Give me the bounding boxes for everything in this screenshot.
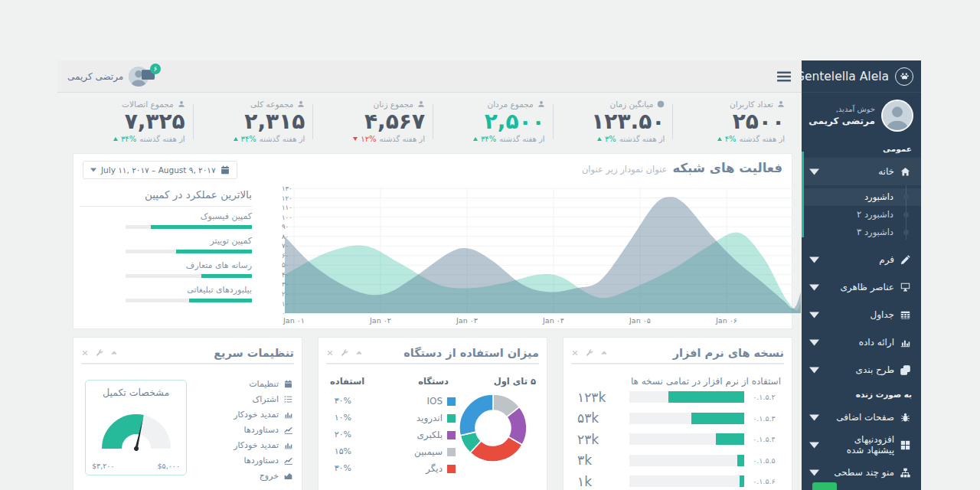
- device-name: سیمبین: [414, 446, 443, 457]
- home-icon: [900, 167, 910, 177]
- collapse-icon[interactable]: [600, 349, 608, 357]
- panel-tools: [571, 349, 608, 357]
- brand-title: Gentelella Alela!: [791, 70, 889, 83]
- device-row: IOS: [414, 393, 456, 410]
- date-range-picker[interactable]: July ۱۱, ۲۰۱۷ – August ۹, ۲۰۱۷: [83, 161, 237, 179]
- quick-settings-item[interactable]: تمدید خودکار: [234, 407, 292, 422]
- quick-settings-item[interactable]: دستاوردها: [234, 452, 292, 468]
- user-icon: [537, 100, 545, 108]
- stat-value: ۲,۳۱۵: [198, 109, 305, 135]
- donut-svg: [457, 392, 529, 464]
- version-row: ۰.۱.۵.۲۱۲۳k: [571, 387, 784, 408]
- version-value: ۱k: [571, 474, 629, 489]
- stat-tile: تعداد کاربران۲۵۰۰از هفته گذشته۴%: [672, 95, 792, 149]
- stat-label-text: مجموع اتصالات: [122, 100, 174, 109]
- network-activities-panel: فعالیت های شبکه عنوان نمودار زیر عنوان J…: [73, 153, 792, 329]
- stat-delta-note: از هفته گذشته۴%: [677, 135, 785, 143]
- collapse-icon[interactable]: [110, 349, 118, 357]
- quick-settings-panel: تنظیمات سریع تنظیماتاشتراکتمدید خودکاردس…: [73, 337, 302, 490]
- device-usage-donut-chart: [457, 392, 529, 464]
- stat-value: ۱۲۳.۵۰: [557, 109, 665, 135]
- sidebar-item-label: خانه: [878, 166, 894, 177]
- stat-value: ۴,۵۶۷: [317, 109, 425, 135]
- stat-tile: مجموع اتصالات۷,۳۲۵از هفته گذشته۳۴%: [73, 95, 193, 149]
- stat-delta-note: از هفته گذشته۳۴%: [198, 135, 305, 143]
- campaign-progress-track: [126, 274, 252, 278]
- settings-wrench-icon[interactable]: [96, 349, 103, 357]
- sidebar-item[interactable]: فرم: [802, 246, 921, 273]
- sidebar-item[interactable]: طرح بندی: [802, 356, 921, 384]
- close-icon[interactable]: [81, 349, 89, 357]
- settings-wrench-icon[interactable]: [341, 349, 348, 357]
- active-menu-stripe: [802, 152, 804, 237]
- sidebar-item-label: منو چند سطحی: [834, 467, 894, 478]
- quick-settings-item[interactable]: تنظیمات: [234, 376, 292, 391]
- stat-delta-note: از هفته گذشته۳%: [557, 135, 665, 143]
- campaign-progress-track: [126, 250, 252, 253]
- stat-note-text: از هفته گذشته: [619, 135, 665, 143]
- campaign-title: بالاترین عملکرد در کمپین: [80, 188, 252, 201]
- campaign-performance-widget: بالاترین عملکرد در کمپین کمپین فیسبوککمپ…: [80, 188, 252, 309]
- svg-text:Jan ۰۶: Jan ۰۶: [715, 316, 737, 325]
- campaign-progress-track: [126, 299, 252, 302]
- quick-settings-label: اشتراک: [252, 394, 279, 404]
- quick-settings-item[interactable]: اشتراک: [234, 391, 292, 407]
- panel-title: فعالیت های شبکه: [672, 161, 782, 175]
- quick-settings-item[interactable]: خروج: [234, 468, 292, 483]
- panel-subtitle: عنوان نمودار زیر عنوان: [582, 164, 668, 175]
- sidebar-item[interactable]: عناصر ظاهری: [802, 273, 921, 301]
- campaign-label: کمپین توییتر: [80, 236, 252, 246]
- bar-chart-icon: [900, 338, 910, 348]
- sidebar-subitem[interactable]: داشبورد ۲: [802, 206, 921, 224]
- gauge-max-label: $۵,۰۰۰: [158, 462, 180, 470]
- settings-wrench-icon[interactable]: [586, 349, 593, 357]
- area-chart-svg: ۰۱۰۲۰۳۰۴۰۵۰۶۰۷۰۸۰۹۰۱۰۰۱۱۰۱۲۰۱۳۰Jan ۰۱Jan…: [265, 185, 801, 327]
- stat-delta: ۳۴%: [241, 135, 256, 143]
- sidebar-item[interactable]: افزودنیهای پیشنهاد شده: [802, 431, 921, 459]
- device-name: دیگر: [426, 463, 443, 474]
- chevron-down-icon: [809, 440, 819, 450]
- svg-text:Jan ۰۱: Jan ۰۱: [283, 316, 305, 325]
- stat-value: ۲,۵۰۰: [437, 109, 545, 135]
- version-label: ۰.۱.۵.۴: [744, 435, 784, 443]
- quick-settings-item[interactable]: تمدید خودکار: [234, 437, 292, 452]
- campaign-progress-track: [126, 225, 252, 229]
- sidebar-subitem[interactable]: داشبورد ۳: [802, 224, 921, 241]
- sidebar-item[interactable]: صفحات اضافی: [802, 403, 921, 431]
- version-value: ۲۳k: [571, 432, 629, 447]
- version-value: ۳k: [571, 452, 629, 468]
- close-icon[interactable]: [571, 349, 579, 357]
- quick-settings-label: تمدید خودکار: [234, 410, 279, 420]
- sidebar-toggle-button[interactable]: [777, 70, 791, 83]
- sidebar-item[interactable]: جداول: [802, 301, 921, 328]
- gauge-min-label: $۳,۲۰۰: [92, 462, 114, 470]
- caret-up-icon: [717, 137, 722, 141]
- version-progress-track: [629, 455, 744, 466]
- usage-list: ۳۰%۱۰%۲۰%۱۵%۳۰%: [330, 393, 351, 477]
- gauge-title: مشخصات تکمیل: [86, 387, 186, 398]
- desktop-icon: [900, 283, 910, 292]
- sidebar-item[interactable]: ارائه داده: [802, 328, 921, 356]
- stat-tile: مجموعه کلی۲,۳۱۵از هفته گذشته۳۴%: [193, 95, 313, 149]
- device-usage-value: ۱۵%: [330, 443, 351, 460]
- menu-section-label: عمومی: [802, 138, 921, 158]
- version-rows: ۰.۱.۵.۲۱۲۳k۰.۱.۵.۳۵۳k۰.۱.۵.۴۲۳k۰.۱.۵.۵۳k…: [571, 387, 784, 490]
- quick-settings-label: دستاوردها: [244, 425, 279, 435]
- campaign-label: بیلبوردهای تبلیغاتی: [80, 285, 252, 295]
- sidebar-item-label: طرح بندی: [856, 364, 894, 375]
- sidebar-subitem[interactable]: داشبورد: [802, 188, 921, 206]
- version-progress-fill: [737, 455, 744, 466]
- top-nav: مرتضی کریمی ۶: [57, 60, 802, 93]
- quick-settings-label: تمدید خودکار: [234, 440, 279, 450]
- user-menu[interactable]: مرتضی کریمی: [62, 67, 149, 87]
- sidebar-item[interactable]: خانه: [802, 158, 921, 185]
- device-name: IOS: [426, 396, 443, 407]
- chevron-down-icon: [809, 283, 819, 292]
- quick-settings-item[interactable]: دستاوردها: [234, 422, 292, 437]
- messages-button[interactable]: ۶: [142, 68, 162, 85]
- close-icon[interactable]: [326, 349, 334, 357]
- pencil-icon: [900, 255, 910, 265]
- collapse-icon[interactable]: [355, 349, 363, 357]
- chevron-down-icon: [809, 365, 819, 375]
- brand[interactable]: Gentelella Alela!: [802, 60, 921, 93]
